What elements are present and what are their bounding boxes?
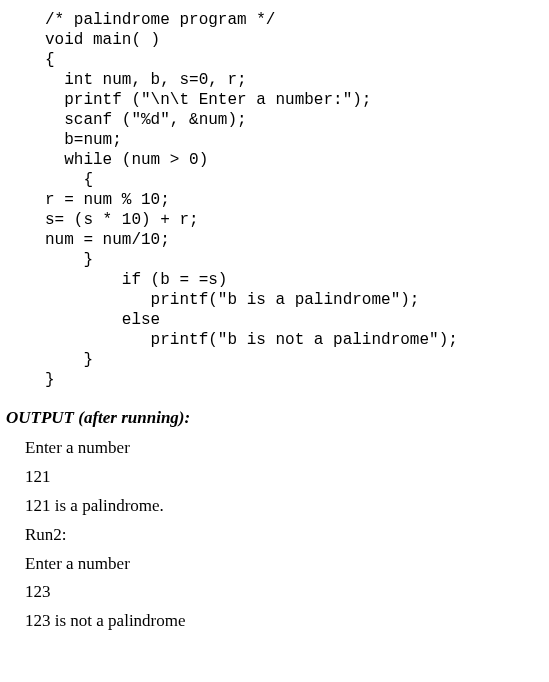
output-line: Run2: xyxy=(25,521,549,550)
output-line: 123 is not a palindrome xyxy=(25,607,549,636)
output-line: Enter a number xyxy=(25,434,549,463)
output-heading: OUTPUT (after running): xyxy=(0,390,549,434)
output-line: 121 xyxy=(25,463,549,492)
output-line: Enter a number xyxy=(25,550,549,579)
output-line: 123 xyxy=(25,578,549,607)
code-block: /* palindrome program */ void main( ) { … xyxy=(0,0,549,390)
output-block: Enter a number 121 121 is a palindrome. … xyxy=(0,434,549,636)
output-line: 121 is a palindrome. xyxy=(25,492,549,521)
